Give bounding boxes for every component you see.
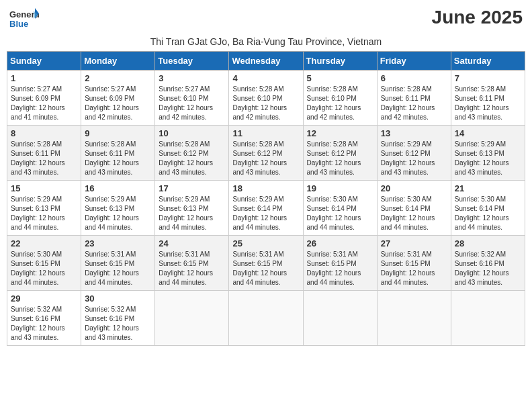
day-info: Sunrise: 5:29 AMSunset: 6:12 PMDaylight:…	[381, 140, 435, 176]
table-row: 12 Sunrise: 5:28 AMSunset: 6:12 PMDaylig…	[303, 126, 377, 181]
table-row: 16 Sunrise: 5:29 AMSunset: 6:13 PMDaylig…	[81, 181, 155, 236]
day-number: 20	[381, 183, 447, 193]
day-info: Sunrise: 5:31 AMSunset: 6:15 PMDaylight:…	[307, 250, 361, 286]
header: General Blue June 2025	[7, 7, 525, 34]
day-info: Sunrise: 5:28 AMSunset: 6:11 PMDaylight:…	[85, 140, 139, 176]
table-row	[155, 291, 229, 346]
day-info: Sunrise: 5:28 AMSunset: 6:11 PMDaylight:…	[11, 140, 65, 176]
day-info: Sunrise: 5:32 AMSunset: 6:16 PMDaylight:…	[85, 306, 139, 341]
table-row: 9 Sunrise: 5:28 AMSunset: 6:11 PMDayligh…	[81, 126, 155, 181]
day-number: 9	[85, 128, 151, 138]
day-info: Sunrise: 5:28 AMSunset: 6:11 PMDaylight:…	[455, 85, 509, 121]
calendar-week-row: 1 Sunrise: 5:27 AMSunset: 6:09 PMDayligh…	[7, 71, 525, 126]
calendar-week-row: 29 Sunrise: 5:32 AMSunset: 6:16 PMDaylig…	[7, 291, 525, 346]
table-row: 10 Sunrise: 5:28 AMSunset: 6:12 PMDaylig…	[155, 126, 229, 181]
table-row: 20 Sunrise: 5:30 AMSunset: 6:14 PMDaylig…	[377, 181, 451, 236]
day-info: Sunrise: 5:28 AMSunset: 6:12 PMDaylight:…	[307, 140, 361, 176]
day-number: 25	[232, 238, 299, 248]
logo: General Blue	[9, 7, 39, 34]
col-sunday: Sunday	[7, 52, 81, 71]
day-number: 15	[11, 183, 77, 193]
table-row: 4 Sunrise: 5:28 AMSunset: 6:10 PMDayligh…	[229, 71, 303, 126]
table-row	[377, 291, 451, 346]
table-row: 8 Sunrise: 5:28 AMSunset: 6:11 PMDayligh…	[7, 126, 81, 181]
day-info: Sunrise: 5:32 AMSunset: 6:16 PMDaylight:…	[455, 250, 509, 286]
day-number: 4	[232, 73, 299, 83]
table-row: 5 Sunrise: 5:28 AMSunset: 6:10 PMDayligh…	[303, 71, 377, 126]
day-info: Sunrise: 5:30 AMSunset: 6:14 PMDaylight:…	[381, 195, 435, 231]
col-monday: Monday	[81, 52, 155, 71]
day-info: Sunrise: 5:27 AMSunset: 6:10 PMDaylight:…	[159, 85, 213, 121]
main-title: June 2025	[432, 7, 523, 28]
day-info: Sunrise: 5:31 AMSunset: 6:15 PMDaylight:…	[159, 250, 213, 286]
day-number: 18	[232, 183, 299, 193]
day-info: Sunrise: 5:27 AMSunset: 6:09 PMDaylight:…	[11, 85, 65, 121]
day-number: 12	[307, 128, 373, 138]
calendar-week-row: 15 Sunrise: 5:29 AMSunset: 6:13 PMDaylig…	[7, 181, 525, 236]
table-row: 3 Sunrise: 5:27 AMSunset: 6:10 PMDayligh…	[155, 71, 229, 126]
day-number: 17	[159, 183, 225, 193]
day-number: 5	[307, 73, 373, 83]
col-thursday: Thursday	[303, 52, 377, 71]
table-row: 14 Sunrise: 5:29 AMSunset: 6:13 PMDaylig…	[451, 126, 525, 181]
table-row: 29 Sunrise: 5:32 AMSunset: 6:16 PMDaylig…	[7, 291, 81, 346]
table-row	[451, 291, 525, 346]
day-number: 27	[381, 238, 447, 248]
day-info: Sunrise: 5:30 AMSunset: 6:14 PMDaylight:…	[307, 195, 361, 231]
day-info: Sunrise: 5:29 AMSunset: 6:13 PMDaylight:…	[455, 140, 509, 176]
day-info: Sunrise: 5:28 AMSunset: 6:10 PMDaylight:…	[307, 85, 361, 121]
calendar-table: Sunday Monday Tuesday Wednesday Thursday…	[7, 51, 525, 346]
day-info: Sunrise: 5:29 AMSunset: 6:13 PMDaylight:…	[11, 195, 65, 231]
table-row: 18 Sunrise: 5:29 AMSunset: 6:14 PMDaylig…	[229, 181, 303, 236]
day-info: Sunrise: 5:32 AMSunset: 6:16 PMDaylight:…	[11, 306, 65, 341]
table-row: 17 Sunrise: 5:29 AMSunset: 6:13 PMDaylig…	[155, 181, 229, 236]
table-row: 24 Sunrise: 5:31 AMSunset: 6:15 PMDaylig…	[155, 236, 229, 291]
day-number: 1	[11, 73, 77, 83]
table-row: 13 Sunrise: 5:29 AMSunset: 6:12 PMDaylig…	[377, 126, 451, 181]
table-row: 11 Sunrise: 5:28 AMSunset: 6:12 PMDaylig…	[229, 126, 303, 181]
col-saturday: Saturday	[451, 52, 525, 71]
day-info: Sunrise: 5:31 AMSunset: 6:15 PMDaylight:…	[232, 250, 287, 286]
day-info: Sunrise: 5:27 AMSunset: 6:09 PMDaylight:…	[85, 85, 139, 121]
table-row: 1 Sunrise: 5:27 AMSunset: 6:09 PMDayligh…	[7, 71, 81, 126]
svg-text:Blue: Blue	[9, 19, 28, 29]
table-row: 19 Sunrise: 5:30 AMSunset: 6:14 PMDaylig…	[303, 181, 377, 236]
day-info: Sunrise: 5:28 AMSunset: 6:12 PMDaylight:…	[159, 140, 213, 176]
table-row: 22 Sunrise: 5:30 AMSunset: 6:15 PMDaylig…	[7, 236, 81, 291]
col-tuesday: Tuesday	[155, 52, 229, 71]
day-info: Sunrise: 5:29 AMSunset: 6:13 PMDaylight:…	[159, 195, 213, 231]
table-row: 30 Sunrise: 5:32 AMSunset: 6:16 PMDaylig…	[81, 291, 155, 346]
day-number: 10	[159, 128, 225, 138]
day-number: 2	[85, 73, 151, 83]
table-row	[303, 291, 377, 346]
table-row: 25 Sunrise: 5:31 AMSunset: 6:15 PMDaylig…	[229, 236, 303, 291]
day-number: 29	[11, 293, 77, 304]
table-row: 7 Sunrise: 5:28 AMSunset: 6:11 PMDayligh…	[451, 71, 525, 126]
day-number: 23	[85, 238, 151, 248]
calendar-week-row: 22 Sunrise: 5:30 AMSunset: 6:15 PMDaylig…	[7, 236, 525, 291]
col-friday: Friday	[377, 52, 451, 71]
day-info: Sunrise: 5:29 AMSunset: 6:13 PMDaylight:…	[85, 195, 139, 231]
day-number: 8	[11, 128, 77, 138]
day-info: Sunrise: 5:28 AMSunset: 6:12 PMDaylight:…	[232, 140, 287, 176]
day-number: 30	[85, 293, 151, 304]
day-number: 16	[85, 183, 151, 193]
day-number: 26	[307, 238, 373, 248]
table-row: 23 Sunrise: 5:31 AMSunset: 6:15 PMDaylig…	[81, 236, 155, 291]
day-number: 11	[232, 128, 299, 138]
day-number: 7	[455, 73, 521, 83]
calendar-week-row: 8 Sunrise: 5:28 AMSunset: 6:11 PMDayligh…	[7, 126, 525, 181]
day-number: 13	[381, 128, 447, 138]
logo-icon: General Blue	[9, 7, 39, 34]
day-info: Sunrise: 5:30 AMSunset: 6:14 PMDaylight:…	[455, 195, 509, 231]
day-number: 19	[307, 183, 373, 193]
day-number: 28	[455, 238, 521, 248]
day-number: 3	[159, 73, 225, 83]
day-number: 6	[381, 73, 447, 83]
table-row: 26 Sunrise: 5:31 AMSunset: 6:15 PMDaylig…	[303, 236, 377, 291]
day-info: Sunrise: 5:28 AMSunset: 6:11 PMDaylight:…	[381, 85, 435, 121]
col-wednesday: Wednesday	[229, 52, 303, 71]
table-row: 28 Sunrise: 5:32 AMSunset: 6:16 PMDaylig…	[451, 236, 525, 291]
subtitle: Thi Tran GJat GJo, Ba Ria-Vung Tau Provi…	[7, 36, 525, 47]
table-row: 27 Sunrise: 5:31 AMSunset: 6:15 PMDaylig…	[377, 236, 451, 291]
